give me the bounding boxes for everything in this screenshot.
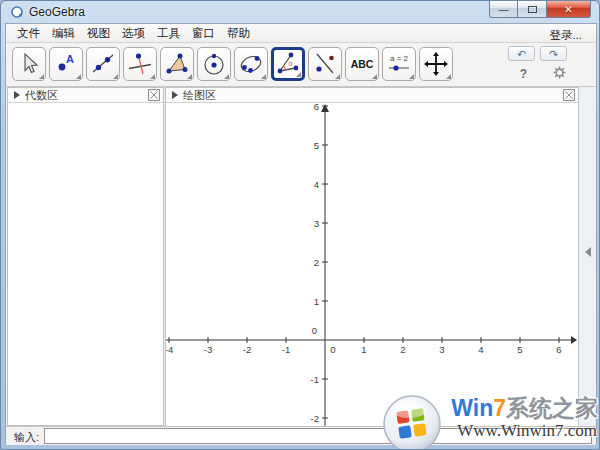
maximize-icon: [528, 6, 537, 13]
window-title: GeoGebra: [29, 5, 85, 19]
algebra-panel: 代数区: [7, 87, 164, 426]
svg-text:6: 6: [314, 103, 319, 112]
point-tool-button[interactable]: A: [49, 47, 83, 81]
client-area: 文件 编辑 视图 选项 工具 窗口 帮助 登录...: [5, 23, 597, 444]
tool-dropdown-caret[interactable]: [187, 74, 192, 79]
settings-gear-icon[interactable]: [553, 65, 566, 83]
svg-text:3: 3: [314, 218, 319, 229]
close-button[interactable]: ✕: [546, 1, 591, 18]
algebra-panel-header: 代数区: [8, 88, 163, 103]
geogebra-logo-icon[interactable]: [10, 5, 24, 23]
menu-file[interactable]: 文件: [11, 24, 46, 43]
tool-dropdown-caret[interactable]: [335, 74, 340, 79]
tool-dropdown-caret[interactable]: [113, 74, 118, 79]
right-edge-strip: [579, 87, 597, 426]
svg-text:0: 0: [330, 344, 335, 355]
svg-text:-1: -1: [311, 374, 319, 385]
svg-text:5: 5: [314, 140, 319, 151]
toolbar-secondary: ?: [520, 65, 566, 83]
menu-view[interactable]: 视图: [81, 24, 116, 43]
text-tool-button[interactable]: ABC: [345, 47, 379, 81]
tool-dropdown-caret[interactable]: [150, 74, 155, 79]
svg-text:6: 6: [556, 344, 561, 355]
svg-text:-1: -1: [282, 344, 290, 355]
window-controls: — ✕: [489, 1, 591, 18]
graphics-panel-header: 绘图区: [166, 88, 578, 103]
menubar: 文件 编辑 视图 选项 工具 窗口 帮助 登录...: [6, 24, 596, 43]
polygon-tool-button[interactable]: [160, 47, 194, 81]
svg-text:4: 4: [314, 179, 319, 190]
svg-text:1: 1: [314, 296, 319, 307]
algebra-view-area[interactable]: [8, 103, 163, 426]
tool-buttons: A: [12, 47, 453, 81]
expander-icon[interactable]: [172, 91, 178, 99]
graphics-panel: 绘图区 -4-3-2-10123456-2-11234560: [165, 87, 579, 426]
svg-text:2: 2: [400, 344, 405, 355]
svg-text:5: 5: [517, 344, 522, 355]
angle-tool-button[interactable]: α: [271, 47, 305, 81]
tool-dropdown-caret[interactable]: [372, 74, 377, 79]
maximize-button[interactable]: [518, 1, 546, 18]
svg-text:-2: -2: [243, 344, 251, 355]
svg-text:2: 2: [314, 257, 319, 268]
menu-options[interactable]: 选项: [116, 24, 151, 43]
input-label: 输入:: [14, 430, 39, 445]
graphics-view-area[interactable]: -4-3-2-10123456-2-11234560: [166, 103, 578, 426]
reflection-tool-button[interactable]: [308, 47, 342, 81]
history-buttons: ↶ ↷: [508, 46, 567, 61]
geogebra-window: GeoGebra — ✕ 文件 编辑 视图 选项 工具 窗口 帮助 登录...: [0, 0, 600, 450]
svg-text:4: 4: [478, 344, 483, 355]
circle-tool-button[interactable]: [197, 47, 231, 81]
tool-dropdown-caret[interactable]: [224, 74, 229, 79]
graphics-canvas[interactable]: -4-3-2-10123456-2-11234560: [166, 103, 578, 426]
algebra-panel-title: 代数区: [25, 88, 148, 103]
tool-dropdown-caret[interactable]: [296, 72, 301, 77]
move-graphics-view-tool-button[interactable]: [419, 47, 453, 81]
tool-dropdown-caret[interactable]: [446, 74, 451, 79]
svg-text:A: A: [66, 53, 74, 65]
slider-tool-button[interactable]: a = 2: [382, 47, 416, 81]
svg-text:0: 0: [312, 325, 317, 336]
menu-tools[interactable]: 工具: [151, 24, 186, 43]
tool-dropdown-caret[interactable]: [409, 74, 414, 79]
graphics-panel-title: 绘图区: [183, 88, 563, 103]
redo-button[interactable]: ↷: [540, 46, 567, 61]
help-icon[interactable]: ?: [520, 67, 527, 81]
menu-help[interactable]: 帮助: [221, 24, 256, 43]
command-input[interactable]: [44, 428, 592, 444]
perpendicular-line-tool-button[interactable]: [123, 47, 157, 81]
svg-text:-3: -3: [204, 344, 212, 355]
svg-text:1: 1: [361, 344, 366, 355]
tool-dropdown-caret[interactable]: [39, 74, 44, 79]
menu-edit[interactable]: 编辑: [46, 24, 81, 43]
svg-text:a = 2: a = 2: [390, 54, 409, 63]
graphics-close-icon[interactable]: [563, 89, 575, 101]
minimize-button[interactable]: —: [489, 1, 518, 18]
tool-dropdown-caret[interactable]: [261, 74, 266, 79]
line-tool-button[interactable]: [86, 47, 120, 81]
titlebar[interactable]: GeoGebra — ✕: [1, 1, 599, 23]
algebra-close-icon[interactable]: [148, 89, 160, 101]
svg-text:-4: -4: [166, 344, 173, 355]
input-bar: 输入:: [6, 426, 596, 445]
svg-text:-2: -2: [311, 413, 319, 424]
svg-text:α: α: [289, 60, 293, 67]
collapse-panel-arrow-icon[interactable]: [585, 247, 591, 257]
svg-text:3: 3: [439, 344, 444, 355]
svg-text:ABC: ABC: [351, 58, 374, 70]
move-tool-button[interactable]: [12, 47, 46, 81]
tool-dropdown-caret[interactable]: [76, 74, 81, 79]
ellipse-tool-button[interactable]: [234, 47, 268, 81]
toolbar: A: [6, 43, 596, 87]
menu-window[interactable]: 窗口: [186, 24, 221, 43]
expander-icon[interactable]: [14, 91, 20, 99]
undo-button[interactable]: ↶: [508, 46, 535, 61]
